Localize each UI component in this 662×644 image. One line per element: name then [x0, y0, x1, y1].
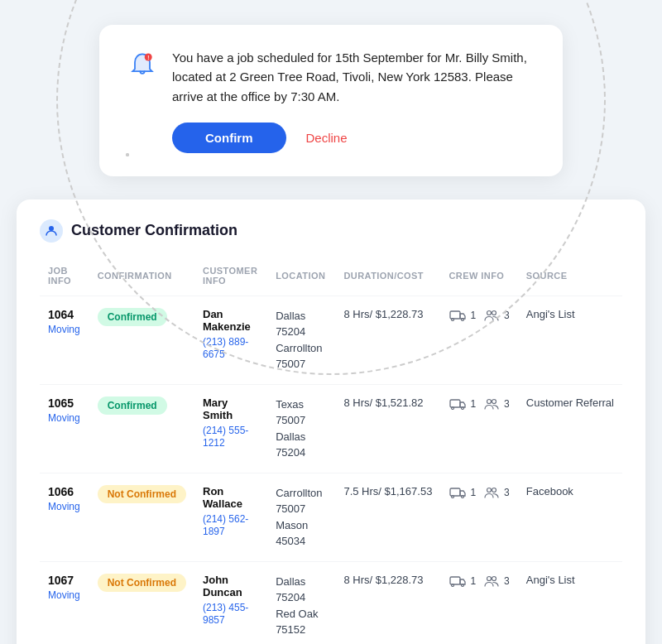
location-line2: Red Oak 75152: [276, 606, 327, 638]
people-count: 3: [504, 398, 510, 410]
cell-location: Dallas 75204 Carrollton 75007: [267, 296, 335, 384]
crew-truck-badge: 1: [449, 574, 476, 589]
cell-duration-cost: 7.5 Hrs/ $1,167.53: [335, 473, 440, 561]
cell-job-info: 1067 Moving: [40, 561, 89, 644]
location-line1: Dallas 75204: [276, 308, 327, 340]
duration-cost: 7.5 Hrs/ $1,167.53: [343, 485, 432, 497]
svg-point-17: [492, 488, 496, 492]
svg-point-9: [452, 406, 454, 409]
cell-confirmation: Confirmed: [89, 296, 194, 384]
people-icon: [482, 396, 501, 411]
cell-customer-info: Ron Wallace (214) 562-1897: [194, 473, 267, 561]
crew-people-badge: 3: [482, 308, 510, 323]
job-id: 1064: [48, 308, 81, 321]
confirm-button[interactable]: Confirm: [172, 123, 286, 153]
col-crew-info: CREW INFO: [440, 259, 517, 296]
truck-icon: [449, 396, 467, 411]
cell-duration-cost: 8 Hrs/ $1,228.73: [335, 561, 440, 644]
cell-crew-info: 1 3: [440, 473, 517, 561]
svg-rect-3: [450, 311, 460, 319]
cell-confirmation: Confirmed: [89, 384, 194, 473]
svg-point-21: [487, 576, 492, 580]
svg-point-19: [452, 584, 454, 586]
col-job-info: JOB INFO: [40, 259, 89, 296]
source-text: Angi's List: [526, 308, 575, 320]
cell-crew-info: 1 3: [440, 296, 517, 384]
truck-count: 1: [470, 575, 476, 587]
location-line2: Carrollton 75007: [276, 340, 327, 372]
cell-customer-info: John Duncan (213) 455-9857: [194, 561, 267, 644]
confirmation-table: JOB INFO CONFIRMATION CUSTOMER INFO LOCA…: [40, 259, 622, 644]
duration-cost: 8 Hrs/ $1,228.73: [343, 308, 423, 320]
job-type: Moving: [48, 412, 80, 424]
truck-count: 1: [470, 310, 476, 321]
customer-phone[interactable]: (213) 889-6675: [203, 336, 248, 360]
location-line2: Mason 45034: [276, 517, 327, 550]
cell-job-info: 1064 Moving: [40, 296, 89, 384]
source-text: Customer Referral: [526, 396, 614, 409]
table-header-row: JOB INFO CONFIRMATION CUSTOMER INFO LOCA…: [40, 259, 622, 296]
source-text: Facebook: [526, 485, 573, 497]
job-type: Moving: [48, 324, 80, 335]
customer-phone[interactable]: (214) 555-1212: [203, 425, 248, 449]
confirmation-badge: Confirmed: [98, 308, 167, 326]
person-icon: [40, 219, 63, 243]
cell-customer-info: Mary Smith (214) 555-1212: [194, 384, 267, 473]
customer-name: John Duncan: [203, 574, 259, 598]
section-header: Customer Confirmation: [40, 219, 622, 243]
svg-point-11: [487, 399, 492, 403]
svg-point-4: [452, 318, 454, 320]
job-id: 1065: [48, 396, 81, 410]
svg-point-16: [487, 488, 492, 492]
people-icon: [482, 574, 501, 589]
col-source: SOURCE: [518, 259, 622, 296]
cell-job-info: 1065 Moving: [40, 384, 89, 473]
duration-cost: 8 Hrs/ $1,228.73: [343, 574, 423, 586]
job-id: 1066: [48, 485, 81, 498]
cell-duration-cost: 8 Hrs/ $1,521.82: [335, 384, 440, 473]
cell-source: Customer Referral: [518, 384, 622, 473]
customer-phone[interactable]: (214) 562-1897: [203, 513, 248, 537]
people-count: 3: [504, 487, 510, 498]
table-row: 1067 Moving Not Confirmed John Duncan (2…: [40, 561, 622, 644]
cell-source: Angi's List: [518, 296, 622, 384]
truck-icon: [449, 485, 467, 500]
col-confirmation: CONFIRMATION: [89, 259, 194, 296]
svg-point-14: [452, 495, 454, 497]
crew-people-badge: 3: [482, 574, 510, 589]
svg-point-20: [462, 584, 464, 586]
cell-location: Dallas 75204 Red Oak 75152: [267, 561, 335, 644]
cell-source: Angi's List: [518, 561, 622, 644]
bell-icon: !: [126, 48, 159, 81]
table-row: 1066 Moving Not Confirmed Ron Wallace (2…: [40, 473, 622, 561]
customer-name: Mary Smith: [203, 396, 259, 421]
svg-rect-13: [450, 488, 460, 496]
svg-point-22: [492, 576, 496, 580]
svg-point-2: [49, 226, 54, 231]
location-line1: Carrollton 75007: [276, 485, 327, 517]
svg-rect-8: [450, 400, 460, 407]
svg-point-6: [487, 310, 492, 315]
cell-location: Texas 75007 Dallas 75204: [267, 384, 335, 473]
confirmation-badge: Not Confirmed: [98, 485, 186, 503]
cell-source: Facebook: [518, 473, 622, 561]
decline-button[interactable]: Decline: [306, 131, 348, 145]
cell-confirmation: Not Confirmed: [89, 561, 194, 644]
location-line1: Dallas 75204: [276, 574, 327, 606]
customer-phone[interactable]: (213) 455-9857: [203, 602, 248, 626]
cell-crew-info: 1 3: [440, 561, 517, 644]
col-customer-info: CUSTOMER INFO: [194, 259, 267, 296]
cell-crew-info: 1 3: [440, 384, 517, 473]
cell-job-info: 1066 Moving: [40, 473, 89, 561]
duration-cost: 8 Hrs/ $1,521.82: [343, 396, 423, 409]
people-count: 3: [504, 575, 510, 587]
svg-point-15: [462, 495, 464, 497]
cell-location: Carrollton 75007 Mason 45034: [267, 473, 335, 561]
customer-name: Ron Wallace: [203, 485, 259, 510]
cell-confirmation: Not Confirmed: [89, 473, 194, 561]
svg-rect-18: [450, 577, 460, 584]
confirmation-badge: Not Confirmed: [98, 574, 186, 592]
cell-customer-info: Dan Makenzie (213) 889-6675: [194, 296, 267, 384]
section-title: Customer Confirmation: [71, 222, 237, 239]
job-type: Moving: [48, 589, 80, 601]
